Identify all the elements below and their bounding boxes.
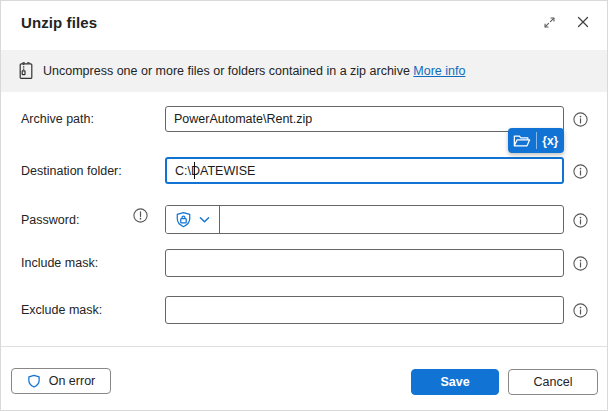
zip-archive-icon [19,62,33,80]
on-error-button[interactable]: On error [11,368,111,394]
text-caret [194,162,195,179]
archive-path-input[interactable] [165,106,564,132]
titlebar: Unzip files [1,1,607,50]
on-error-label: On error [49,374,96,388]
password-input[interactable] [220,206,563,233]
info-icon-exclude-mask[interactable] [572,302,588,318]
variable-icon: {x} [542,134,558,148]
expand-icon[interactable] [535,9,563,35]
info-icon-archive-path[interactable] [572,111,588,127]
field-label-destination-folder: Destination folder: [21,157,122,184]
more-info-link[interactable]: More info [413,64,465,78]
field-label-archive-path: Archive path: [21,106,94,132]
warning-circle-icon[interactable] [132,207,148,223]
destination-folder-field [165,157,564,184]
folder-open-icon[interactable] [508,128,536,153]
footer-divider [1,346,607,347]
unzip-files-dialog: Unzip files Uncompress one or more files… [0,0,608,411]
exclude-mask-input[interactable] [165,296,564,324]
destination-folder-input[interactable] [167,159,562,182]
password-type-dropdown[interactable] [166,206,220,233]
close-icon[interactable] [569,9,597,35]
chevron-down-icon [199,216,210,224]
field-label-include-mask: Include mask: [21,249,98,277]
shield-icon [27,374,41,389]
info-icon-include-mask[interactable] [572,255,588,271]
shield-lock-icon [175,211,192,229]
save-button[interactable]: Save [411,369,499,395]
info-icon-password[interactable] [572,212,588,228]
cancel-button[interactable]: Cancel [508,369,598,395]
input-helper-buttons: {x} [508,128,564,153]
select-variable-button[interactable]: {x} [537,128,565,153]
description-banner: Uncompress one or more files or folders … [1,50,607,92]
field-label-exclude-mask: Exclude mask: [21,296,102,324]
banner-description: Uncompress one or more files or folders … [43,64,410,78]
info-icon-destination-folder[interactable] [572,163,588,179]
include-mask-input[interactable] [165,249,564,277]
password-field [165,205,564,234]
page-title: Unzip files [21,14,97,31]
field-label-password: Password: [21,205,79,234]
banner-text: Uncompress one or more files or folders … [43,64,465,78]
